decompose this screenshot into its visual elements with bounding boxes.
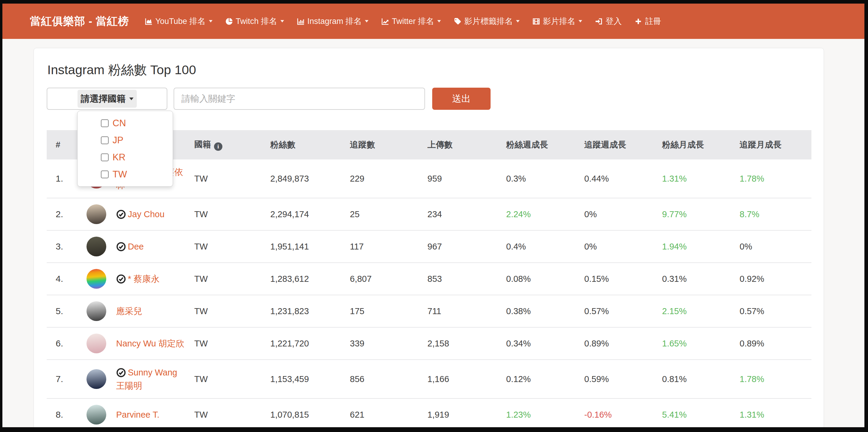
weekly-follower-growth-cell: 0.3% — [506, 160, 584, 198]
line-chart-icon — [381, 18, 389, 26]
avatar[interactable] — [87, 237, 106, 256]
profile-name-link[interactable]: Nancy Wu 胡定欣 — [116, 339, 184, 348]
checkbox[interactable] — [101, 120, 108, 127]
bar-chart-icon — [297, 18, 305, 26]
nationality-option-tw[interactable]: TW — [78, 166, 173, 183]
caret-down-icon — [365, 20, 368, 23]
followers-cell: 1,951,141 — [270, 230, 350, 263]
verified-badge-icon — [116, 209, 126, 219]
filter-row: 請選擇國籍 送出 — [47, 88, 811, 110]
nationality-cell: TW — [194, 295, 270, 327]
rank-cell: 2. — [47, 198, 86, 230]
avatar[interactable] — [87, 269, 106, 289]
nav-item-影片標籤排名[interactable]: 影片標籤排名 — [454, 16, 520, 27]
followers-cell: 1,153,459 — [270, 360, 350, 398]
caret-down-icon — [579, 20, 582, 23]
nav-item-註冊[interactable]: 註冊 — [634, 16, 661, 27]
checkbox[interactable] — [101, 170, 108, 178]
weekly-following-growth-cell: 0.89% — [584, 327, 662, 360]
profile-name-link[interactable]: 應采兒 — [116, 306, 142, 316]
uploads-cell: 711 — [427, 295, 506, 327]
nav-item-twitch-排名[interactable]: Twitch 排名 — [225, 16, 284, 27]
weekly-following-growth-cell: 0% — [584, 230, 662, 263]
following-cell: 117 — [350, 230, 427, 263]
nationality-option-jp[interactable]: JP — [78, 132, 173, 149]
profile-name-link[interactable]: Jay Chou — [128, 209, 165, 219]
nav-item-登入[interactable]: 登入 — [595, 16, 622, 27]
followers-cell: 2,294,174 — [270, 198, 350, 230]
avatar[interactable] — [87, 204, 106, 224]
monthly-following-growth-cell: 8.7% — [740, 198, 811, 230]
checkbox[interactable] — [101, 154, 108, 161]
profile-name-link[interactable]: Parvinee T. — [116, 410, 159, 420]
followers-cell: 1,221,720 — [270, 327, 350, 360]
table-row: 5. 應采兒 TW 1,231,823 175 711 0.38% 0.57% … — [47, 295, 811, 327]
keyword-input[interactable] — [174, 88, 425, 110]
weekly-following-growth-cell: 0.44% — [584, 160, 662, 198]
followers-cell: 2,849,873 — [270, 160, 350, 198]
monthly-follower-growth-cell: 1.65% — [662, 327, 740, 360]
submit-button[interactable]: 送出 — [432, 88, 491, 110]
following-cell: 621 — [350, 398, 427, 427]
monthly-follower-growth-cell: 2.15% — [662, 295, 740, 327]
caret-down-icon — [437, 20, 441, 23]
monthly-follower-growth-cell: 1.31% — [662, 160, 740, 198]
table-row: 2. Jay Chou TW 2,294,174 25 234 2.24% 0%… — [47, 198, 811, 230]
nationality-option-kr[interactable]: KR — [78, 149, 173, 166]
monthly-following-growth-cell: 0.92% — [740, 263, 811, 295]
nationality-toggle-label: 請選擇國籍 — [81, 93, 126, 105]
rank-cell: 5. — [47, 295, 86, 327]
nav-item-youtube-排名[interactable]: YouTube 排名 — [145, 16, 213, 27]
nationality-option-cn[interactable]: CN — [78, 114, 173, 132]
avatar[interactable] — [87, 405, 106, 425]
caret-down-icon — [516, 20, 520, 23]
following-cell: 175 — [350, 295, 427, 327]
verified-badge-icon — [116, 368, 126, 377]
avatar[interactable] — [87, 334, 106, 353]
weekly-follower-growth-cell: 0.38% — [506, 295, 584, 327]
monthly-follower-growth-cell: 0.31% — [662, 263, 740, 295]
caret-down-icon — [129, 98, 133, 100]
caret-down-icon — [209, 20, 213, 23]
column-header-5: 上傳數 — [427, 130, 506, 160]
brand-link[interactable]: 當紅俱樂部 - 當紅榜 — [30, 14, 129, 29]
weekly-follower-growth-cell: 2.24% — [506, 198, 584, 230]
nationality-option-label: TW — [113, 169, 127, 180]
monthly-follower-growth-cell: 9.77% — [662, 198, 740, 230]
nav-items: YouTube 排名 Twitch 排名 Instagram 排名 Twitte… — [145, 16, 661, 27]
nav-item-instagram-排名[interactable]: Instagram 排名 — [297, 16, 369, 27]
weekly-follower-growth-cell: 0.34% — [506, 327, 584, 360]
monthly-follower-growth-cell: 1.94% — [662, 230, 740, 263]
following-cell: 229 — [350, 160, 427, 198]
profile-name-link[interactable]: Dee — [128, 242, 144, 251]
checkbox[interactable] — [101, 136, 108, 144]
following-cell: 856 — [350, 360, 427, 398]
rank-cell: 3. — [47, 230, 86, 263]
profile-name-link[interactable]: * 蔡康永 — [128, 274, 159, 284]
nationality-cell: TW — [194, 327, 270, 360]
monthly-following-growth-cell: 0% — [740, 230, 811, 263]
uploads-cell: 234 — [427, 198, 506, 230]
monthly-following-growth-cell: 1.78% — [740, 160, 811, 198]
monthly-follower-growth-cell: 0.81% — [662, 360, 740, 398]
monthly-following-growth-cell: 1.31% — [740, 398, 811, 427]
column-header-6: 粉絲週成長 — [506, 130, 584, 160]
table-row: 8. Parvinee T. TW 1,070,815 621 1,919 1.… — [47, 398, 811, 427]
table-row: 3. Dee TW 1,951,141 117 967 0.4% 0% 1.94… — [47, 230, 811, 263]
nav-item-影片排名[interactable]: 影片排名 — [532, 16, 582, 27]
column-header-2: 國籍 — [194, 130, 270, 160]
nav-item-twitter-排名[interactable]: Twitter 排名 — [381, 16, 441, 27]
weekly-following-growth-cell: -0.16% — [584, 398, 662, 427]
info-circle-icon[interactable] — [214, 142, 222, 151]
nationality-cell: TW — [194, 230, 270, 263]
uploads-cell: 967 — [427, 230, 506, 263]
avatar[interactable] — [87, 369, 106, 389]
content-card: Instagram 粉絲數 Top 100 請選擇國籍 送出 #國籍粉絲數追蹤數… — [33, 48, 824, 427]
column-header-3: 粉絲數 — [270, 130, 350, 160]
uploads-cell: 2,158 — [427, 327, 506, 360]
avatar[interactable] — [87, 301, 106, 321]
followers-cell: 1,231,823 — [270, 295, 350, 327]
weekly-follower-growth-cell: 0.12% — [506, 360, 584, 398]
nationality-dropdown-toggle[interactable]: 請選擇國籍 — [78, 90, 137, 108]
caret-down-icon — [280, 20, 284, 23]
